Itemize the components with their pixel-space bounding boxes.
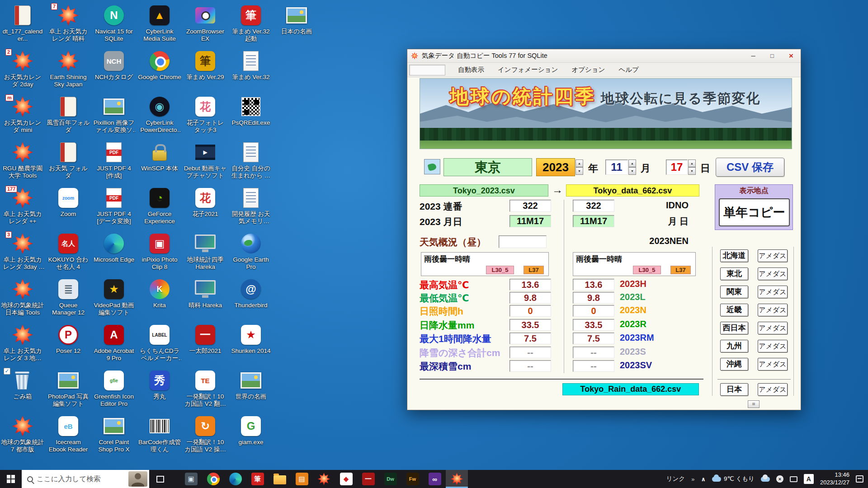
taskbar-app-chrome[interactable] xyxy=(202,470,224,488)
amedas-button[interactable]: アメダス xyxy=(758,249,788,262)
desktop-icon[interactable]: 卓上 お天気カレンダ 3 地点Pro xyxy=(1,323,44,362)
desktop-icon[interactable]: 筆筆まめ Ver.32起動 xyxy=(229,4,273,42)
desktop-icon[interactable]: 地球統計四季 Hareka xyxy=(184,232,227,271)
desktop-icon[interactable]: 花花子2021 xyxy=(184,186,227,218)
overview-input-box[interactable] xyxy=(499,235,547,248)
desktop-icon[interactable]: KKrita xyxy=(138,277,181,309)
desktop-icon[interactable]: ✓ごみ箱 xyxy=(1,369,44,400)
desktop-icon[interactable]: eBIcecream Ebook Reader xyxy=(47,414,90,453)
desktop-icon[interactable]: 地球の気象統計 日本編 Tools xyxy=(1,277,44,316)
menu-item[interactable]: インフォメーション xyxy=(492,64,563,75)
desktop-icon[interactable]: 日本の名画 xyxy=(275,4,318,35)
id-value-right[interactable]: 322 xyxy=(573,200,614,212)
desktop-icon[interactable]: Debut 動画キャプチャソフト xyxy=(184,141,227,179)
taskbar-app-photo-viewer[interactable]: ▣ xyxy=(180,470,202,488)
stat-value-left[interactable]: -- xyxy=(509,360,551,372)
taskbar-app-file-explorer[interactable] xyxy=(269,470,291,488)
menu-item[interactable]: ヘルプ xyxy=(613,64,644,75)
desktop-icon[interactable]: @Thunderbird xyxy=(229,277,273,309)
region-button[interactable]: 九州 xyxy=(720,340,748,352)
desktop-icon[interactable]: ◉CyberLink PowerDirector 11 xyxy=(138,95,181,134)
start-button[interactable] xyxy=(0,470,22,488)
desktop-icon[interactable]: ↻一発翻訳！10カ国語 V2 操作パネル xyxy=(184,414,227,453)
stat-value-right[interactable]: -- xyxy=(573,360,614,372)
csv-save-button[interactable]: CSV 保存 xyxy=(716,158,784,177)
desktop-icon[interactable]: Earth Shining Sky Japan xyxy=(47,49,90,88)
year-up-button[interactable]: ▲ xyxy=(576,160,583,167)
desktop-icon[interactable]: WinSCP 本体 xyxy=(138,141,181,172)
day-field[interactable]: 17 xyxy=(666,160,688,175)
amedas-button[interactable]: アメダス xyxy=(758,304,788,316)
desktop-icon[interactable]: 7卓上 お天気カレンダ 晴科 xyxy=(47,4,90,42)
selected-checkbox[interactable]: ✓ xyxy=(4,368,10,375)
desktop-icon[interactable]: mお天気カレンダ mini xyxy=(1,95,44,134)
desktop-icon[interactable]: NCHNCHカタログ xyxy=(92,49,136,81)
desktop-icon[interactable]: 3卓上 お天気カレンダ 3day × 20年 xyxy=(1,232,44,271)
stat-value-right[interactable]: -- xyxy=(573,347,614,358)
desktop-icon[interactable]: PDFJUST PDF 4 [データ変換] xyxy=(92,186,136,225)
desktop-icon[interactable]: NNavicat 15 for SQLite xyxy=(92,4,136,42)
stat-value-right[interactable]: 0 xyxy=(573,305,614,317)
date-value-left[interactable]: 11M17 xyxy=(509,215,551,227)
search-highlight-avatar[interactable] xyxy=(128,471,147,487)
city-display[interactable]: 東京 xyxy=(443,158,532,176)
month-down-button[interactable]: ▼ xyxy=(628,167,636,175)
stat-value-left[interactable]: 33.5 xyxy=(509,319,551,331)
stat-value-right[interactable]: 9.8 xyxy=(573,292,614,304)
stat-value-left[interactable]: 7.5 xyxy=(509,333,551,344)
equals-button[interactable]: = xyxy=(748,400,760,408)
desktop-icon[interactable]: PhotoPad 写真編集ソフト xyxy=(47,369,90,408)
close-button[interactable]: × xyxy=(782,49,801,62)
id-value-left[interactable]: 322 xyxy=(509,200,551,212)
taskbar-app-fireworks[interactable]: Fw xyxy=(401,470,424,488)
region-button[interactable]: 関東 xyxy=(720,286,748,298)
desktop-icon[interactable]: gfieGreenfish Icon Editor Pro xyxy=(92,369,136,408)
weather-widget[interactable]: 9℃ くもり xyxy=(712,475,755,483)
onedrive-cloud-icon[interactable] xyxy=(761,477,770,482)
status-x-icon[interactable]: × xyxy=(776,475,783,483)
links-overflow-chevron[interactable]: » xyxy=(691,476,694,483)
desktop-icon[interactable]: 筆筆まめ Ver.29 xyxy=(184,49,227,81)
desktop-icon[interactable]: AAdobe Acrobat 9 Pro xyxy=(92,323,136,362)
amedas-button[interactable]: アメダス xyxy=(758,340,788,352)
desktop-icon[interactable]: ▣inPixio Photo Clip 8 xyxy=(138,232,181,271)
desktop-icon[interactable]: 秀秀丸 xyxy=(138,369,181,400)
desktop-icon[interactable]: RGU 酪農学園大学 Tools xyxy=(1,141,44,179)
desktop-icon[interactable]: 世界の名画 xyxy=(229,369,273,400)
action-center-icon[interactable] xyxy=(856,475,863,483)
amedas-button[interactable]: アメダス xyxy=(758,358,788,371)
taskbar-app-fudemame[interactable]: 筆 xyxy=(246,470,269,488)
day-up-button[interactable]: ▲ xyxy=(688,160,696,167)
taskbar-app-app-orange[interactable]: ▤ xyxy=(291,470,313,488)
taskbar-app-edge[interactable] xyxy=(224,470,246,488)
desktop-icon[interactable]: 2お天気カレンダ 2day xyxy=(1,49,44,88)
window-titlebar[interactable]: 気象データ 自動コピー Tools 77 for SQLite ─ □ × xyxy=(407,49,801,63)
links-toolbar-label[interactable]: リンク xyxy=(666,475,685,483)
desktop-icon[interactable]: ★VideoPad 動画編集ソフト xyxy=(92,277,136,316)
taskbar-app-weather-tools[interactable] xyxy=(446,470,468,488)
weather-text-left[interactable]: 雨後曇一時晴 L30_5 L37 xyxy=(421,252,549,276)
desktop-icon[interactable]: ◔GeForce Experience xyxy=(138,186,181,225)
map-button[interactable] xyxy=(424,159,440,174)
taskbar-app-dreamweaver[interactable]: Dw xyxy=(379,470,401,488)
menu-item[interactable]: オプション xyxy=(566,64,610,75)
taskbar-clock[interactable]: 13:46 2023/12/27 xyxy=(820,471,849,487)
region-japan-button[interactable]: 日本 xyxy=(720,383,748,396)
maximize-button[interactable]: □ xyxy=(763,49,782,62)
desktop-icon[interactable]: 筆まめ Ver.32 xyxy=(229,49,273,81)
desktop-icon[interactable]: dt_177_calender... xyxy=(1,4,44,42)
taskbar-app-app-red-white[interactable]: ◆ xyxy=(335,470,357,488)
desktop-icon[interactable]: ≣Queue Manager 12 xyxy=(47,277,90,316)
ime-mode-icon[interactable]: A xyxy=(804,474,814,484)
single-year-copy-button[interactable]: 単年コピー xyxy=(719,198,790,226)
desktop-icon[interactable]: PsQREdit.exe xyxy=(229,95,273,127)
desktop-icon[interactable]: 名人KOKUYO 合わせ名人 4 xyxy=(47,232,90,271)
desktop-icon[interactable]: 自分史 自分の生まれから 現在まで.txt xyxy=(229,141,273,179)
desktop-icon[interactable]: PDFJUST PDF 4 [作成] xyxy=(92,141,136,179)
menu-item[interactable]: 自動表示 xyxy=(453,64,490,75)
stat-value-left[interactable]: 9.8 xyxy=(509,292,551,304)
month-up-button[interactable]: ▲ xyxy=(628,160,636,167)
desktop-icon[interactable]: 開発履歴 お天気メモリ Ver57.txt xyxy=(229,186,273,225)
region-button[interactable]: 北海道 xyxy=(720,249,748,262)
date-value-right[interactable]: 11M17 xyxy=(573,215,614,227)
